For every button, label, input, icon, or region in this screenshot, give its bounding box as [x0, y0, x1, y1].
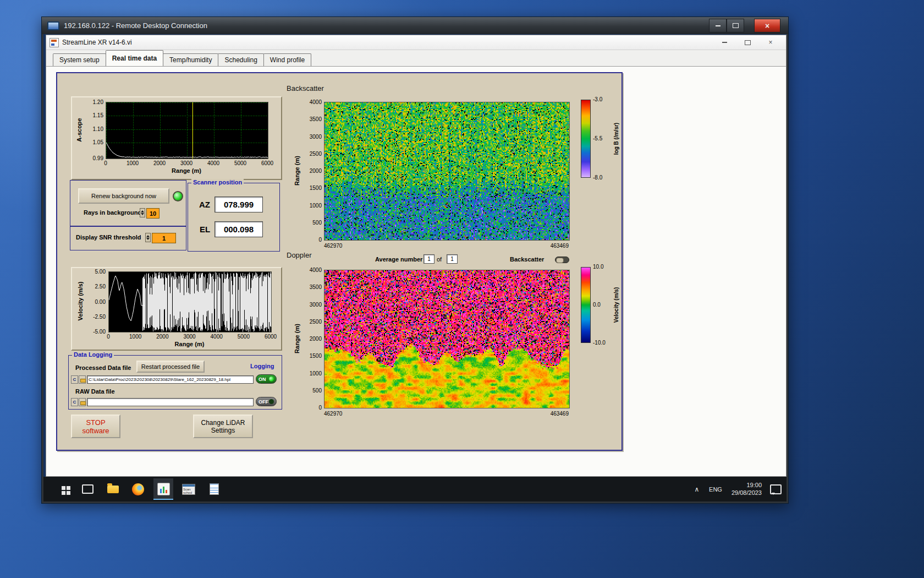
renew-background-button[interactable]: Renew background now: [78, 188, 169, 204]
y-tick-label: 4000: [310, 99, 322, 105]
y-tick-label: 1000: [310, 370, 322, 377]
main-panel: A-scope 1.201.151.101.050.99 01000200030…: [56, 72, 623, 451]
snr-spinner[interactable]: [145, 233, 151, 242]
stop-software-button[interactable]: STOP software: [71, 415, 120, 438]
ascope-plot[interactable]: [106, 102, 268, 159]
tab-wind-profile[interactable]: Wind profile: [263, 53, 311, 66]
rdp-restore-button[interactable]: [727, 19, 744, 32]
raw-path-field[interactable]: [87, 398, 254, 406]
average-number-field[interactable]: 1: [424, 254, 435, 264]
browse-folder-icon[interactable]: [79, 375, 86, 384]
rays-spinner[interactable]: [140, 208, 145, 217]
colorbar-tick-label: 0.0: [593, 302, 601, 308]
vi-titlebar[interactable]: StreamLine XR v14-6.vi ×: [46, 35, 786, 50]
processed-logging-toggle[interactable]: ON: [256, 374, 277, 384]
snr-value-field[interactable]: 1: [152, 233, 176, 243]
y-tick-label: 500: [312, 220, 322, 226]
doppler-colorbar: [581, 267, 591, 343]
el-value-display: 000.098: [215, 221, 263, 237]
tab-scheduling[interactable]: Scheduling: [218, 53, 263, 66]
velocity-x-axis-label: Range (m): [108, 341, 271, 347]
velocity-plot[interactable]: [108, 271, 272, 332]
scan-scheduler-icon: Scan sched: [182, 484, 195, 495]
backscatter-colorbar-label: log B (/m/sr): [613, 123, 619, 155]
ascope-x-axis-label: Range (m): [106, 167, 267, 174]
y-tick-label: 0.00: [95, 299, 106, 305]
rdp-computer-icon: [47, 21, 59, 30]
vi-minimize-button[interactable]: [717, 37, 732, 47]
y-tick-label: 1.15: [93, 112, 103, 118]
backscatter-colorbar-ticks: -3.0-5.5-8.0: [593, 100, 612, 178]
az-label: AZ: [199, 200, 210, 209]
y-tick-label: 2000: [310, 336, 322, 342]
streamline-app-button[interactable]: [153, 478, 173, 500]
data-logging-box: Data Logging Processed Data file Restart…: [68, 355, 282, 410]
y-tick-label: 3000: [310, 302, 322, 308]
file-explorer-button[interactable]: [103, 478, 123, 500]
y-tick-label: 1.10: [93, 126, 103, 132]
vi-restore-button[interactable]: [740, 37, 755, 47]
drive-selector-icon[interactable]: C: [71, 375, 78, 384]
scan-scheduler-caption: Scan sched: [183, 488, 195, 494]
y-tick-label: 1500: [310, 185, 322, 191]
notes-app-button[interactable]: [204, 478, 224, 500]
restart-processed-file-button[interactable]: Restart processed file: [136, 361, 205, 373]
close-icon: ×: [768, 39, 772, 46]
backscatter-display-toggle[interactable]: [555, 257, 569, 263]
notes-app-icon: [210, 483, 219, 495]
taskbar-clock[interactable]: 19:00 29/08/2023: [728, 477, 764, 501]
vi-close-button[interactable]: ×: [763, 37, 778, 47]
x-tick-label: 4000: [211, 334, 223, 340]
chevron-up-icon: ∧: [695, 486, 700, 493]
folder-icon: [107, 486, 119, 493]
scan-scheduler-button[interactable]: Scan sched: [179, 478, 199, 500]
background-box: Renew background now Rays in background …: [70, 180, 186, 226]
close-icon: ×: [765, 21, 769, 30]
tab-system-setup[interactable]: System setup: [53, 53, 106, 66]
firefox-button[interactable]: [128, 478, 148, 500]
x-tick-label: 3000: [180, 160, 193, 166]
logging-off-led: [269, 399, 274, 404]
change-settings-label-1: Change LiDAR: [201, 419, 245, 427]
rays-in-background-label: Rays in background: [84, 209, 141, 216]
background-led-indicator: [173, 191, 183, 201]
task-view-button[interactable]: [78, 478, 97, 500]
rdp-close-button[interactable]: ×: [754, 19, 780, 32]
rays-value-field[interactable]: 10: [146, 208, 160, 219]
y-tick-label: 4000: [310, 267, 322, 273]
raw-logging-toggle[interactable]: OFF: [256, 397, 277, 406]
y-tick-label: 500: [312, 388, 322, 394]
language-indicator[interactable]: ENG: [706, 477, 725, 501]
x-tick-label: 1000: [127, 160, 139, 166]
average-total-field[interactable]: 1: [447, 254, 458, 264]
rdp-minimize-button[interactable]: [709, 19, 727, 32]
doppler-y-ticks: 40003500300025002000150010005000: [301, 270, 322, 407]
stop-label-1: STOP: [86, 418, 105, 427]
change-lidar-settings-button[interactable]: Change LiDAR Settings: [193, 415, 253, 438]
scanner-position-box: Scanner position AZ 078.999 EL 000.098: [188, 183, 280, 252]
start-button[interactable]: [52, 478, 72, 500]
doppler-heatmap[interactable]: [324, 270, 570, 408]
browse-folder-icon[interactable]: [79, 398, 86, 406]
hidden-icons-button[interactable]: ∧: [690, 477, 703, 501]
tab-temp-humidity[interactable]: Temp/humidity: [163, 53, 218, 66]
remote-desktop: StreamLine XR v14-6.vi × System setupRea…: [43, 34, 787, 501]
processed-path-field[interactable]: C:\Lidar\Data\Proc\2023\202308\20230829\…: [87, 375, 254, 384]
notification-icon: [770, 484, 782, 494]
y-tick-label: 2.50: [95, 283, 106, 290]
velocity-x-ticks: 0100020003000400050006000: [108, 334, 271, 340]
x-tick-label: 2000: [156, 334, 168, 340]
colorbar-tick-label: -5.5: [593, 135, 602, 141]
x-tick-label: 5000: [234, 160, 246, 166]
y-tick-label: -5.00: [93, 329, 106, 335]
x-tick-label: 2000: [153, 160, 166, 166]
vi-window-title: StreamLine XR v14-6.vi: [62, 39, 132, 46]
action-center-button[interactable]: [767, 477, 784, 501]
tab-real-time-data[interactable]: Real time data: [106, 50, 163, 66]
ascope-x-ticks: 0100020003000400050006000: [106, 160, 267, 167]
rdp-titlebar[interactable]: 192.168.0.122 - Remote Desktop Connectio…: [42, 17, 788, 34]
backscatter-heatmap[interactable]: [324, 102, 570, 241]
colorbar-tick-label: -10.0: [593, 340, 606, 346]
drive-selector-icon[interactable]: C: [71, 398, 78, 406]
x-tick-label: 1000: [129, 334, 141, 340]
